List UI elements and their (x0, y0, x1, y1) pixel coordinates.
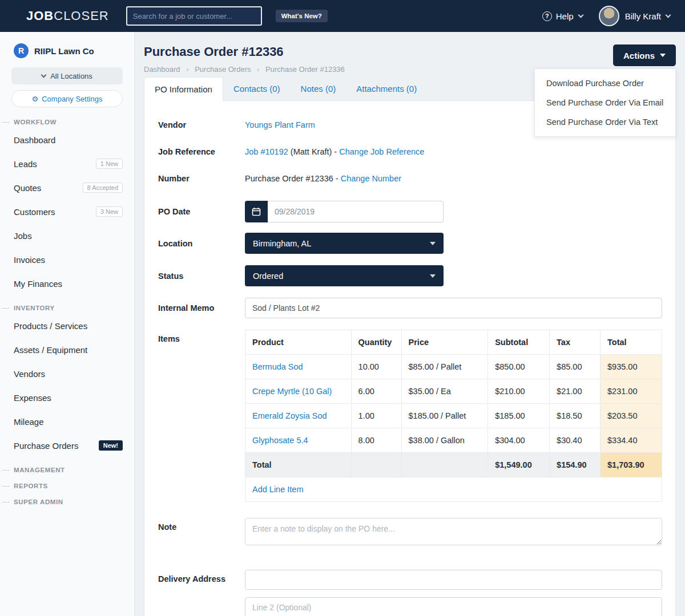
user-menu[interactable]: Billy Kraft (625, 11, 670, 21)
po-number-value: Purchase Order #12336 - (245, 174, 339, 183)
location-select[interactable]: Birmingham, AL (245, 233, 444, 254)
po-information-panel: Vendor Youngs Plant Farm Job Reference J… (144, 100, 676, 616)
total-cell: $935.00 (601, 355, 662, 379)
items-col-product: Product (245, 330, 352, 355)
status-select[interactable]: Ordered (245, 265, 444, 286)
sidebar-item-assets-equipment[interactable]: Assets / Equipment (0, 338, 134, 362)
menu-item-send-po-text[interactable]: Send Purchase Order Via Text (535, 112, 675, 132)
breadcrumb-purchase-orders[interactable]: Purchase Orders (195, 65, 251, 74)
product-link[interactable]: Emerald Zoysia Sod (252, 411, 327, 420)
grand-tax: $154.90 (550, 453, 601, 477)
table-row: Emerald Zoysia Sod 1.00 $185.00 / Pallet… (245, 404, 662, 428)
sidebar-item-dashboard[interactable]: Dashboard (0, 128, 134, 152)
help-icon: ? (542, 11, 552, 21)
price-cell: $185.00 / Pallet (401, 404, 488, 428)
company-settings-label: Company Settings (42, 95, 102, 103)
delivery-address-label: Delivery Address (158, 570, 245, 583)
quantity-cell: 6.00 (351, 379, 401, 404)
items-header-row: Product Quantity Price Subtotal Tax Tota… (245, 330, 662, 355)
tab-attachments[interactable]: Attachments (0) (346, 77, 427, 100)
sidebar-item-vendors[interactable]: Vendors (0, 362, 134, 386)
product-link[interactable]: Crepe Myrtle (10 Gal) (252, 387, 332, 396)
items-total-row: Total $1,549.00 $154.90 $1,703.90 (245, 453, 662, 477)
product-link[interactable]: Glyphosate 5.4 (252, 436, 308, 445)
add-line-item-link[interactable]: Add Line Item (252, 485, 303, 494)
internal-memo-input[interactable] (245, 298, 662, 318)
company-settings-button[interactable]: ⚙ Company Settings (11, 90, 123, 107)
breadcrumb-dashboard[interactable]: Dashboard (144, 65, 180, 74)
search-input[interactable] (126, 6, 262, 26)
sidebar-item-expenses[interactable]: Expenses (0, 386, 134, 410)
sidebar-item-invoices[interactable]: Invoices (0, 248, 134, 271)
caret-down-icon (430, 274, 436, 278)
dash-decoration (2, 502, 9, 502)
price-cell: $35.00 / Ea (401, 379, 488, 404)
caret-down-icon (430, 242, 436, 245)
grand-total: $1,703.90 (601, 453, 662, 477)
table-row: Crepe Myrtle (10 Gal) 6.00 $35.00 / Ea $… (245, 379, 662, 404)
breadcrumb-current: Purchase Order #12336 (265, 65, 345, 74)
calendar-button[interactable] (245, 201, 268, 222)
items-col-quantity: Quantity (351, 330, 401, 355)
items-col-price: Price (401, 330, 488, 355)
internal-memo-label: Internal Memo (158, 303, 245, 313)
sidebar-item-jobs[interactable]: Jobs (0, 224, 134, 248)
total-cell: $334.40 (601, 428, 662, 453)
delivery-address-line1-input[interactable] (245, 570, 662, 590)
tax-cell: $18.50 (550, 404, 601, 428)
sidebar-item-leads[interactable]: Leads 1 New (0, 152, 134, 176)
product-link[interactable]: Bermuda Sod (252, 362, 303, 371)
price-cell: $38.00 / Gallon (401, 428, 488, 453)
po-date-label: PO Date (158, 207, 245, 216)
whats-new-button[interactable]: What's New? (276, 10, 328, 22)
company-logo: R (14, 43, 29, 58)
change-job-reference-link[interactable]: Change Job Reference (339, 147, 424, 156)
section-header-reports: REPORTS (0, 483, 134, 489)
chevron-down-icon (578, 12, 583, 18)
dash-decoration (2, 470, 9, 471)
sidebar-item-quotes[interactable]: Quotes 8 Accepted (0, 176, 134, 200)
nav-badge-new: New! (99, 440, 123, 451)
chevron-down-icon (666, 12, 671, 18)
sidebar-item-products-services[interactable]: Products / Services (0, 314, 134, 338)
change-number-link[interactable]: Change Number (341, 174, 401, 183)
total-row-label: Total (245, 453, 352, 477)
section-header-management: MANAGEMENT (0, 467, 134, 473)
add-line-item-row: Add Line Item (245, 477, 662, 502)
vendor-label: Vendor (158, 120, 245, 129)
sidebar-item-my-finances[interactable]: My Finances (0, 271, 134, 295)
avatar[interactable] (599, 6, 619, 26)
dash-decoration (2, 486, 9, 487)
company-name: RIIPL Lawn Co (34, 46, 94, 56)
grand-subtotal: $1,549.00 (488, 453, 550, 477)
tab-notes[interactable]: Notes (0) (291, 77, 346, 100)
actions-dropdown-menu: Download Purchase Order Send Purchase Or… (534, 68, 676, 137)
job-reference-link[interactable]: Job #10192 (245, 147, 288, 156)
tab-contacts[interactable]: Contacts (0) (223, 77, 291, 100)
location-selected-value: Birmingham, AL (253, 239, 311, 248)
page-title: Purchase Order #12336 (144, 44, 345, 59)
all-locations-selector[interactable]: All Locations (11, 67, 123, 84)
po-date-input[interactable] (268, 201, 444, 222)
menu-item-send-po-email[interactable]: Send Purchase Order Via Email (535, 93, 675, 112)
number-label: Number (158, 174, 245, 183)
sidebar-item-purchase-orders[interactable]: Purchase Orders New! (0, 433, 134, 457)
delivery-address-line2-input[interactable] (245, 597, 662, 616)
sidebar-item-customers[interactable]: Customers 3 New (0, 200, 134, 224)
sidebar-item-mileage[interactable]: Mileage (0, 410, 134, 433)
help-menu[interactable]: ? Help (542, 11, 583, 21)
sidebar: R RIIPL Lawn Co All Locations ⚙ Company … (0, 32, 135, 616)
dash-decoration (2, 308, 9, 309)
gear-icon: ⚙ (32, 95, 39, 103)
tax-cell: $21.00 (550, 379, 601, 404)
tab-po-information[interactable]: PO Information (144, 77, 223, 101)
app-logo: JOBCLOSER (26, 9, 109, 23)
subtotal-cell: $850.00 (488, 355, 550, 379)
help-label: Help (556, 11, 574, 21)
quantity-cell: 8.00 (351, 428, 401, 453)
menu-item-download-po[interactable]: Download Purchase Order (535, 74, 675, 93)
actions-button[interactable]: Actions (613, 44, 676, 66)
items-table: Product Quantity Price Subtotal Tax Tota… (245, 330, 662, 502)
vendor-link[interactable]: Youngs Plant Farm (245, 120, 315, 129)
note-textarea[interactable] (245, 518, 662, 545)
